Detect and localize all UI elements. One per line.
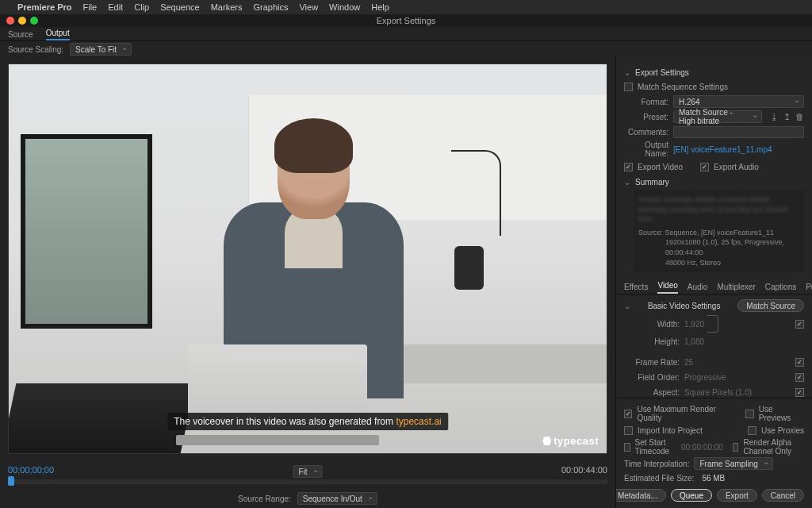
window-title: Export Settings — [0, 16, 812, 25]
tab-audio[interactable]: Audio — [688, 283, 708, 294]
menu-sequence[interactable]: Sequence — [160, 2, 200, 12]
label-render-alpha: Render Alpha Channel Only — [743, 438, 804, 456]
source-range-row: Source Range: Sequence In/Out — [8, 489, 607, 508]
label-match-sequence: Match Sequence Settings — [638, 83, 728, 91]
menu-view[interactable]: View — [299, 2, 318, 12]
delete-preset-icon[interactable]: 🗑 — [795, 112, 804, 122]
tab-captions[interactable]: Captions — [765, 283, 796, 294]
fieldorder-value[interactable]: Progressive — [684, 373, 726, 382]
source-scaling-row: Source Scaling: Scale To Fit — [0, 41, 812, 57]
tab-multiplexer[interactable]: Multiplexer — [717, 283, 755, 294]
est-size-label: Estimated File Size: — [624, 474, 694, 483]
label-use-previews: Use Previews — [759, 405, 804, 422]
match-source-button[interactable]: Match Source — [737, 299, 804, 312]
export-panel: Export Settings Match Sequence Settings … — [615, 57, 812, 508]
preset-label: Preset: — [624, 113, 668, 121]
playhead-icon[interactable] — [8, 476, 14, 486]
output-name-label: Output Name: — [624, 140, 668, 158]
zoom-fit-dropdown[interactable]: Fit — [293, 465, 322, 478]
checkbox-set-start-tc[interactable] — [624, 443, 630, 452]
window-titlebar: Export Settings — [0, 14, 812, 27]
label-export-audio: Export Audio — [714, 163, 759, 171]
checkbox-match-fieldorder[interactable] — [795, 373, 804, 382]
preset-dropdown[interactable]: Match Source - High bitrate — [673, 110, 762, 123]
source-scaling-label: Source Scaling: — [8, 45, 63, 54]
checkbox-use-proxies[interactable] — [748, 426, 756, 435]
export-button[interactable]: Export — [717, 489, 757, 502]
tab-video[interactable]: Video — [657, 281, 677, 294]
export-footer: Use Maximum Render Quality Use Previews … — [616, 398, 812, 508]
timecode-start[interactable]: 00;00;00;00 — [8, 465, 54, 475]
preview-tabs: Source Output — [0, 27, 812, 41]
settings-tabs: Effects Video Audio Multiplexer Captions… — [616, 277, 812, 294]
checkbox-match-framerate[interactable] — [795, 358, 804, 367]
label-max-quality: Use Maximum Render Quality — [637, 405, 736, 422]
save-preset-icon[interactable]: ⭳ — [770, 112, 779, 122]
typecast-logo-icon — [542, 437, 551, 445]
label-import-project: Import Into Project — [638, 426, 703, 435]
menu-window[interactable]: Window — [329, 2, 360, 12]
menu-edit[interactable]: Edit — [108, 2, 123, 12]
framerate-label: Frame Rate: — [624, 358, 680, 367]
height-value[interactable]: 1,080 — [684, 337, 704, 346]
checkbox-max-quality[interactable] — [624, 410, 632, 418]
framerate-value[interactable]: 25 — [684, 358, 693, 367]
summary-box: Output: summary details summary details … — [634, 190, 804, 272]
menu-clip[interactable]: Clip — [134, 2, 149, 12]
label-set-start-tc: Set Start Timecode — [635, 438, 677, 456]
menu-graphics[interactable]: Graphics — [253, 2, 288, 12]
metadata-button[interactable]: Metadata... — [615, 489, 666, 502]
tab-publish[interactable]: Publish — [806, 283, 812, 294]
checkbox-match-aspect[interactable] — [795, 388, 804, 397]
time-interp-dropdown[interactable]: Frame Sampling — [694, 457, 772, 470]
timeline[interactable]: 00;00;00;00 Fit 00:00:44:00 — [8, 465, 607, 487]
height-label: Height: — [624, 337, 680, 346]
menu-app[interactable]: Premiere Pro — [17, 2, 71, 12]
start-tc-value[interactable]: 00:00:00:00 — [681, 443, 723, 452]
est-size-value: 56 MB — [702, 474, 725, 483]
output-name-link[interactable]: [EN] voiceFeature1_11.mp4 — [673, 145, 772, 154]
checkbox-import-project[interactable] — [624, 426, 633, 435]
width-value[interactable]: 1,920 — [684, 320, 704, 329]
fieldorder-label: Field Order: — [624, 373, 680, 382]
link-dimensions-icon[interactable] — [707, 315, 718, 333]
label-use-proxies: Use Proxies — [761, 426, 804, 435]
label-export-video: Export Video — [638, 163, 683, 171]
format-label: Format: — [624, 98, 668, 106]
section-export-settings[interactable]: Export Settings — [624, 68, 804, 77]
checkbox-match-sequence[interactable] — [624, 83, 633, 91]
preview-caption: The voiceover in this video was also gen… — [167, 413, 448, 430]
source-scaling-dropdown[interactable]: Scale To Fit — [70, 43, 132, 56]
preview-scene — [9, 64, 607, 453]
checkbox-match-width[interactable] — [795, 320, 804, 329]
queue-button[interactable]: Queue — [671, 489, 712, 502]
macos-menubar: Premiere Pro File Edit Clip Sequence Mar… — [0, 0, 812, 14]
comments-input[interactable] — [673, 126, 804, 138]
section-basic-video[interactable]: Basic Video Settings Match Source — [624, 299, 804, 312]
checkbox-export-audio[interactable] — [700, 163, 709, 171]
section-summary[interactable]: Summary — [624, 178, 804, 187]
format-dropdown[interactable]: H.264 — [673, 95, 804, 108]
checkbox-export-video[interactable] — [624, 163, 633, 171]
aspect-label: Aspect: — [624, 388, 680, 397]
tab-output[interactable]: Output — [46, 29, 70, 40]
aspect-value[interactable]: Square Pixels (1.0) — [684, 388, 752, 397]
checkbox-use-previews[interactable] — [745, 410, 753, 418]
menu-markers[interactable]: Markers — [211, 2, 243, 12]
timecode-end: 00:00:44:00 — [561, 465, 607, 475]
video-preview: The voiceover in this video was also gen… — [8, 64, 607, 454]
menu-file[interactable]: File — [82, 2, 97, 12]
source-range-label: Source Range: — [238, 495, 291, 503]
menu-help[interactable]: Help — [371, 2, 389, 12]
source-range-dropdown[interactable]: Sequence In/Out — [297, 492, 377, 505]
cancel-button[interactable]: Cancel — [762, 489, 804, 502]
width-label: Width: — [624, 320, 680, 329]
time-interp-label: Time Interpolation: — [624, 460, 689, 468]
comments-label: Comments: — [624, 128, 668, 137]
watermark: typecast — [542, 435, 599, 447]
checkbox-render-alpha[interactable] — [733, 443, 739, 452]
tab-effects[interactable]: Effects — [624, 283, 648, 294]
import-preset-icon[interactable]: ↥ — [783, 112, 791, 122]
tab-source[interactable]: Source — [8, 30, 33, 40]
timeline-track[interactable] — [8, 479, 607, 484]
